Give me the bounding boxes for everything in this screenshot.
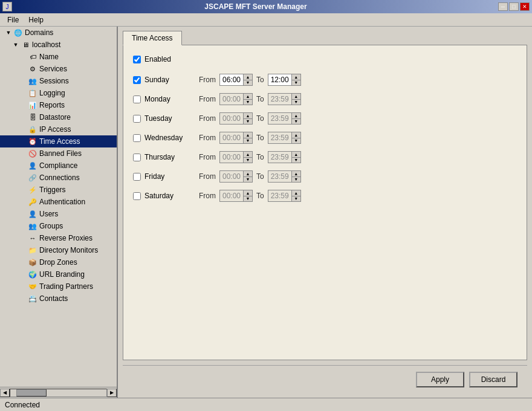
to-spin-down-tuesday[interactable]: ▼ xyxy=(292,119,300,125)
from-spin-buttons-sunday: ▲ ▼ xyxy=(243,74,252,85)
label-ipaccess: IP Access xyxy=(39,125,71,134)
apply-button[interactable]: Apply xyxy=(416,372,464,387)
to-spin-down-sunday[interactable]: ▼ xyxy=(292,80,300,86)
from-spin-down-saturday[interactable]: ▼ xyxy=(244,196,252,202)
to-spin-down-saturday[interactable]: ▼ xyxy=(292,196,300,202)
menu-file[interactable]: File xyxy=(2,15,24,25)
sidebar-item-urlbranding[interactable]: 🌍URL Branding xyxy=(0,268,117,280)
sidebar-item-name[interactable]: 🏷Name xyxy=(0,51,117,63)
to-spin-up-friday[interactable]: ▲ xyxy=(292,171,300,177)
sidebar-item-domains[interactable]: ▼🌐Domains xyxy=(0,27,117,39)
sidebar-item-bannedfiles[interactable]: 🚫Banned Files xyxy=(0,147,117,160)
sidebar-item-directorymonitors[interactable]: 📁Directory Monitors xyxy=(0,244,117,256)
sidebar-scroll[interactable]: ▼🌐Domains▼🖥localhost 🏷Name ⚙Services 👥Se… xyxy=(0,27,117,387)
from-spinner-monday: ▲ ▼ xyxy=(219,93,253,105)
checkbox-friday[interactable] xyxy=(133,173,141,181)
to-spin-up-saturday[interactable]: ▲ xyxy=(292,190,300,196)
sidebar-item-authentication[interactable]: 🔑Authentication xyxy=(0,196,117,208)
to-label-friday: To xyxy=(256,172,264,181)
to-spin-up-tuesday[interactable]: ▲ xyxy=(292,113,300,119)
label-bannedfiles: Banned Files xyxy=(39,149,82,158)
checkbox-tuesday[interactable] xyxy=(133,115,141,123)
sidebar-item-timeaccess[interactable]: ⏰Time Access xyxy=(0,135,117,147)
title-bar: J JSCAPE MFT Server Manager ─ □ ✕ xyxy=(0,0,532,13)
to-label-tuesday: To xyxy=(256,114,264,123)
to-spin-up-wednesday[interactable]: ▲ xyxy=(292,132,300,138)
sidebar-item-reverseproxies[interactable]: ↔Reverse Proxies xyxy=(0,232,117,244)
tab-time-access[interactable]: Time Access xyxy=(123,31,182,45)
sidebar-item-compliance[interactable]: 👤Compliance xyxy=(0,160,117,172)
sidebar-item-groups[interactable]: 👥Groups xyxy=(0,220,117,232)
from-spin-down-wednesday[interactable]: ▼ xyxy=(244,138,252,144)
sidebar-item-dropzones[interactable]: 📦Drop Zones xyxy=(0,256,117,268)
checkbox-wednesday[interactable] xyxy=(133,134,141,142)
sidebar-item-datastore[interactable]: 🗄Datastore xyxy=(0,111,117,123)
minimize-button[interactable]: ─ xyxy=(498,2,508,11)
to-spin-down-friday[interactable]: ▼ xyxy=(292,177,300,183)
checkbox-sunday[interactable] xyxy=(133,76,141,84)
to-label-monday: To xyxy=(256,95,264,103)
sidebar-item-tradingpartners[interactable]: 🤝Trading Partners xyxy=(0,280,117,293)
from-spin-down-monday[interactable]: ▼ xyxy=(244,100,252,105)
day-row-wednesday: Wednesday From ▲ ▼ To ▲ ▼ xyxy=(133,131,517,144)
sidebar-item-reports[interactable]: 📊Reports xyxy=(0,99,117,111)
close-button[interactable]: ✕ xyxy=(520,2,530,11)
label-name: Name xyxy=(39,53,59,61)
label-dropzones: Drop Zones xyxy=(39,258,77,267)
from-input-friday xyxy=(220,171,243,182)
checkbox-saturday[interactable] xyxy=(133,192,141,200)
sidebar-item-logging[interactable]: 📋Logging xyxy=(0,87,117,99)
checkbox-monday[interactable] xyxy=(133,95,141,103)
h-scrollbar-thumb xyxy=(16,389,47,396)
label-users: Users xyxy=(39,210,58,218)
to-spin-down-wednesday[interactable]: ▼ xyxy=(292,138,300,144)
label-sessions: Sessions xyxy=(39,77,69,85)
from-spin-up-friday[interactable]: ▲ xyxy=(244,171,252,177)
icon-datastore: 🗄 xyxy=(28,112,37,122)
sidebar-item-sessions[interactable]: 👥Sessions xyxy=(0,75,117,87)
from-spin-up-sunday[interactable]: ▲ xyxy=(244,74,252,80)
from-spin-up-wednesday[interactable]: ▲ xyxy=(244,132,252,138)
scroll-left-button[interactable]: ◀ xyxy=(0,389,10,397)
sidebar-item-localhost[interactable]: ▼🖥localhost xyxy=(0,39,117,51)
to-spin-down-monday[interactable]: ▼ xyxy=(292,100,300,105)
from-spin-up-monday[interactable]: ▲ xyxy=(244,94,252,100)
sidebar-item-connections[interactable]: 🔗Connections xyxy=(0,172,117,184)
icon-ipaccess: 🔒 xyxy=(28,125,37,134)
from-spin-down-tuesday[interactable]: ▼ xyxy=(244,119,252,125)
menu-help[interactable]: Help xyxy=(24,15,48,25)
to-spin-down-thursday[interactable]: ▼ xyxy=(292,158,300,163)
icon-triggers: ⚡ xyxy=(28,185,37,195)
from-spin-up-thursday[interactable]: ▲ xyxy=(244,152,252,158)
to-spin-buttons-sunday: ▲ ▼ xyxy=(291,74,300,85)
expand-localhost[interactable]: ▼ xyxy=(12,41,19,48)
h-scrollbar-track[interactable] xyxy=(10,389,107,397)
enabled-checkbox[interactable] xyxy=(133,56,141,63)
from-spin-up-tuesday[interactable]: ▲ xyxy=(244,113,252,119)
to-spin-up-sunday[interactable]: ▲ xyxy=(292,74,300,80)
discard-button[interactable]: Discard xyxy=(469,372,517,387)
sidebar-item-contacts[interactable]: 📇Contacts xyxy=(0,293,117,305)
scroll-right-button[interactable]: ▶ xyxy=(107,389,117,397)
to-spin-up-thursday[interactable]: ▲ xyxy=(292,152,300,158)
from-spin-down-thursday[interactable]: ▼ xyxy=(244,158,252,163)
label-services: Services xyxy=(39,65,67,73)
from-input-sunday[interactable] xyxy=(220,74,243,85)
from-spin-up-saturday[interactable]: ▲ xyxy=(244,190,252,196)
expand-domains[interactable]: ▼ xyxy=(5,29,12,36)
sidebar-item-services[interactable]: ⚙Services xyxy=(0,63,117,75)
to-spin-up-monday[interactable]: ▲ xyxy=(292,94,300,100)
from-spinner-saturday: ▲ ▼ xyxy=(219,190,253,202)
sidebar-item-ipaccess[interactable]: 🔒IP Access xyxy=(0,123,117,135)
from-spin-buttons-monday: ▲ ▼ xyxy=(243,94,252,105)
maximize-button[interactable]: □ xyxy=(509,2,519,11)
sidebar-item-triggers[interactable]: ⚡Triggers xyxy=(0,184,117,196)
checkbox-thursday[interactable] xyxy=(133,154,141,161)
from-spin-down-friday[interactable]: ▼ xyxy=(244,177,252,183)
sidebar-item-users[interactable]: 👤Users xyxy=(0,208,117,220)
from-spin-buttons-wednesday: ▲ ▼ xyxy=(243,132,252,143)
to-input-sunday[interactable] xyxy=(268,74,291,85)
label-groups: Groups xyxy=(39,222,63,230)
to-spinner-saturday: ▲ ▼ xyxy=(268,190,301,202)
from-spin-down-sunday[interactable]: ▼ xyxy=(244,80,252,86)
